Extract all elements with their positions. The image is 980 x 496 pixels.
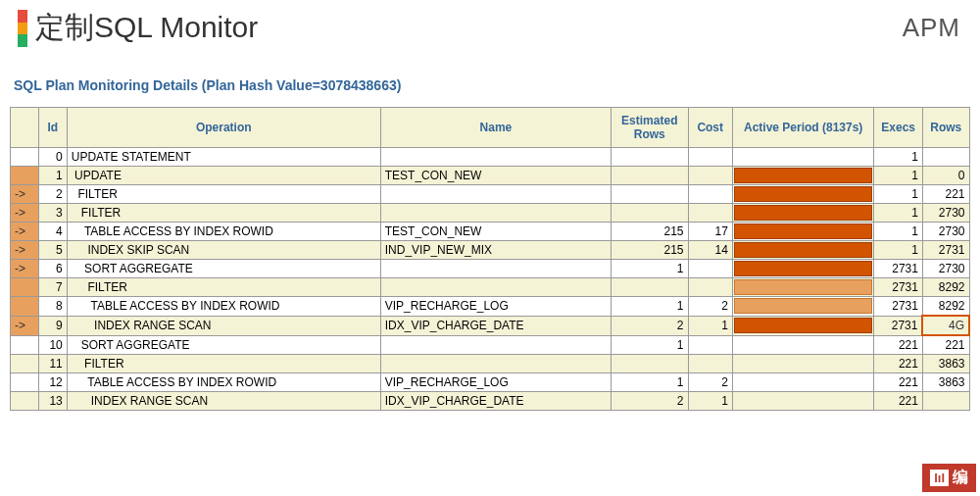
table-row[interactable]: ->3 FILTER12730 [11,204,970,223]
cell-id: 9 [38,316,67,335]
cell-estimated: 1 [612,335,688,355]
activity-bar-icon [734,242,873,258]
cell-execs: 1 [874,223,923,241]
col-header-arrow[interactable] [11,108,39,148]
cell-arrow: -> [11,185,39,204]
watermark-text: 编 [953,468,968,488]
cell-arrow: -> [11,260,39,278]
activity-bar-icon [734,205,873,221]
cell-name [380,204,611,223]
activity-bar-icon [734,318,873,333]
cell-operation: TABLE ACCESS BY INDEX ROWID [67,373,380,392]
cell-name: VIP_RECHARGE_LOG [380,373,611,392]
cell-execs: 1 [874,148,923,167]
cell-name: TEST_CON_NEW [380,223,611,241]
cell-estimated [612,204,688,223]
cell-id: 5 [38,241,67,260]
col-header-operation[interactable]: Operation [67,108,380,148]
cell-rows: 0 [922,167,969,185]
cell-active-period [732,297,874,317]
activity-bar-icon [734,279,873,295]
table-row[interactable]: 13 INDEX RANGE SCANIDX_VIP_CHARGE_DATE21… [11,392,970,411]
table-row[interactable]: ->2 FILTER1221 [11,185,970,204]
cell-active-period [732,278,874,297]
cell-execs: 2731 [874,278,923,297]
table-row[interactable]: ->4 TABLE ACCESS BY INDEX ROWIDTEST_CON_… [11,223,970,241]
activity-bar-icon [734,261,873,276]
cell-id: 2 [38,185,67,204]
table-row[interactable]: 0UPDATE STATEMENT1 [11,148,970,167]
cell-name [380,355,611,373]
cell-arrow [11,335,39,355]
title-area: 定制SQL Monitor [18,8,258,48]
cell-operation: TABLE ACCESS BY INDEX ROWID [67,223,380,241]
cell-operation: FILTER [67,185,380,204]
cell-cost [688,260,732,278]
cell-arrow [11,148,39,167]
cell-name: VIP_RECHARGE_LOG [380,297,611,317]
cell-id: 1 [38,167,67,185]
cell-active-period [732,260,874,278]
col-header-rows[interactable]: Rows [922,108,969,148]
cell-rows [922,392,969,411]
cell-estimated [612,185,688,204]
table-row[interactable]: ->5 INDEX SKIP SCANIND_VIP_NEW_MIX215141… [11,241,970,260]
cell-rows: 2730 [922,204,969,223]
cell-operation: FILTER [67,278,380,297]
activity-bar-icon [734,298,873,314]
cell-id: 10 [38,335,67,355]
cell-arrow [11,297,39,317]
cell-name: IDX_VIP_CHARGE_DATE [380,392,611,411]
col-header-id[interactable]: Id [38,108,67,148]
cell-id: 11 [38,355,67,373]
cell-estimated [612,278,688,297]
cell-arrow [11,167,39,185]
cell-cost: 1 [688,392,732,411]
table-row[interactable]: 10 SORT AGGREGATE1221221 [11,335,970,355]
cell-name [380,278,611,297]
cell-name: TEST_CON_NEW [380,167,611,185]
cell-execs: 1 [874,167,923,185]
col-header-active[interactable]: Active Period (8137s) [732,108,874,148]
cell-rows: 4G [922,316,969,335]
cell-active-period [732,167,874,185]
cell-cost: 2 [688,373,732,392]
cell-name: IDX_VIP_CHARGE_DATE [380,316,611,335]
col-header-name[interactable]: Name [380,108,611,148]
page-header: 定制SQL Monitor APM [0,0,980,68]
cell-rows [922,148,969,167]
cell-execs: 221 [874,355,923,373]
col-header-cost[interactable]: Cost [688,108,732,148]
cell-rows: 3863 [922,373,969,392]
cell-cost [688,204,732,223]
table-row[interactable]: ->6 SORT AGGREGATE127312730 [11,260,970,278]
cell-rows: 2730 [922,223,969,241]
section-title: SQL Plan Monitoring Details (Plan Hash V… [10,68,970,107]
table-row[interactable]: 12 TABLE ACCESS BY INDEX ROWIDVIP_RECHAR… [11,373,970,392]
cell-active-period [732,355,874,373]
col-header-estimated[interactable]: Estimated Rows [612,108,688,148]
cell-execs: 221 [874,392,923,411]
cell-cost [688,167,732,185]
cell-active-period [732,185,874,204]
cell-active-period [732,392,874,411]
table-row[interactable]: ->9 INDEX RANGE SCANIDX_VIP_CHARGE_DATE2… [11,316,970,335]
cell-id: 7 [38,278,67,297]
col-header-execs[interactable]: Execs [874,108,923,148]
cell-id: 8 [38,297,67,317]
cell-rows: 2730 [922,260,969,278]
cell-estimated: 2 [612,316,688,335]
cell-estimated: 1 [612,373,688,392]
table-row[interactable]: 8 TABLE ACCESS BY INDEX ROWIDVIP_RECHARG… [11,297,970,317]
cell-estimated: 2 [612,392,688,411]
table-header-row: Id Operation Name Estimated Rows Cost Ac… [11,108,970,148]
cell-active-period [732,373,874,392]
cell-operation: UPDATE [67,167,380,185]
cell-cost: 14 [688,241,732,260]
activity-bar-icon [734,186,873,202]
table-row[interactable]: 7 FILTER27318292 [11,278,970,297]
cell-active-period [732,148,874,167]
cell-estimated: 215 [612,223,688,241]
table-row[interactable]: 1 UPDATETEST_CON_NEW10 [11,167,970,185]
table-row[interactable]: 11 FILTER2213863 [11,355,970,373]
